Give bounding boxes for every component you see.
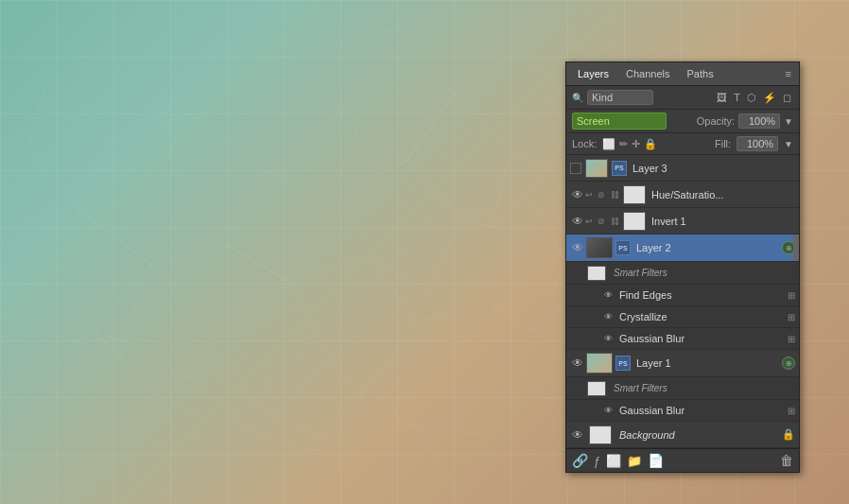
layer1-thumb-img [587,354,612,373]
crystallize-settings-icon[interactable]: ⊞ [788,312,795,322]
layer2-thumb-img [587,238,612,257]
smart-filters-2-label: Smart Filters [614,268,795,278]
tab-paths[interactable]: Paths [684,66,718,81]
background-thumbnail [589,426,612,444]
layer-row-layer2[interactable]: 👁 PS Layer 2 ⊕ [566,235,799,262]
layer1-visibility-eye[interactable]: 👁 [570,356,585,371]
background-name: Background [619,429,782,441]
lock-transparent-icon[interactable]: ⬜ [602,138,615,150]
hue-sat-visibility-eye[interactable]: 👁 [570,187,585,202]
background-lock-icon: 🔒 [782,428,795,441]
blend-opacity-bar: Screen Normal Multiply Overlay Opacity: … [566,110,799,133]
invert1-name: Invert 1 [651,216,795,227]
lock-bar: Lock: ⬜ ✏ ✛ 🔒 Fill: ▼ [566,133,799,155]
panel-header: Layers Channels Paths ≡ [566,62,799,86]
gaussian-blur-2-visibility-eye[interactable]: 👁 [600,331,615,346]
find-edges-visibility-eye[interactable]: 👁 [600,287,615,303]
panel-bottom-toolbar: 🔗 ƒ ⬜ 📁 📄 🗑 [566,448,799,472]
layer-row-invert1[interactable]: 👁 ↩ ⊘ ⛓ Invert 1 [566,208,799,235]
filter-bar: 🔍 Kind Name Effect Mode Attribute Color … [566,86,799,110]
tab-layers[interactable]: Layers [574,66,613,81]
new-group-button[interactable]: 📁 [627,454,642,468]
lock-icons-group: ⬜ ✏ ✛ 🔒 [602,138,657,150]
layer-row-crystallize[interactable]: 👁 Crystallize ⊞ [566,306,799,328]
smart-filters-1-thumbnail [587,381,606,396]
blend-mode-select[interactable]: Screen Normal Multiply Overlay [572,113,667,130]
fill-arrow-icon[interactable]: ▼ [784,139,793,149]
link-layers-button[interactable]: 🔗 [572,453,588,468]
crystallize-visibility-eye[interactable]: 👁 [600,309,615,324]
hue-sat-thumbnail [623,185,646,204]
opacity-arrow-icon[interactable]: ▼ [784,116,793,127]
filter-smart-icon[interactable]: ⚡ [761,91,778,105]
gaussian-blur-1-settings-icon[interactable]: ⊞ [788,406,795,416]
layers-list: PS Layer 3 👁 ↩ ⊘ ⛓ Hue/Saturatio... 👁 ↩ … [566,155,799,448]
layer-row-layer1[interactable]: 👁 PS Layer 1 ⊕ [566,350,799,377]
filter-icons-group: 🖼 T ⬡ ⚡ ◻ [715,91,793,105]
layer-row-smart-filters-2[interactable]: Smart Filters [566,262,799,285]
find-edges-name: Find Edges [619,289,788,301]
invert1-visibility-eye[interactable]: 👁 [570,214,585,229]
layer1-badge: ⊕ [782,356,795,370]
layer2-name: Layer 2 [636,242,782,253]
lock-all-icon[interactable]: 🔒 [644,138,657,150]
find-edges-settings-icon[interactable]: ⊞ [788,290,795,301]
hue-sat-fx-icon: ⊘ [595,190,608,200]
layer-row-layer3[interactable]: PS Layer 3 [566,155,799,182]
lock-image-icon[interactable]: ✏ [619,138,628,150]
filter-text-icon[interactable]: T [732,91,742,104]
fill-input[interactable] [736,136,778,151]
hue-sat-link-icon: ↩ [585,190,595,200]
gaussian-blur-1-name: Gaussian Blur [619,405,788,416]
filter-pixel2-icon[interactable]: ◻ [781,91,793,105]
opacity-label: Opacity: [697,115,735,127]
gaussian-blur-2-settings-icon[interactable]: ⊞ [788,334,795,344]
gaussian-blur-2-name: Gaussian Blur [619,333,788,344]
layer3-thumbnail [585,159,608,178]
layer2-scroll-thumb [793,235,799,261]
layer1-smart-badge: PS [615,356,631,371]
layer-row-smart-filters-1[interactable]: Smart Filters [566,377,799,400]
invert1-link-icon: ↩ [585,217,595,226]
add-mask-button[interactable]: ⬜ [606,454,621,468]
lock-label: Lock: [572,138,597,149]
background-visibility-eye[interactable]: 👁 [570,427,585,443]
layer-row-find-edges[interactable]: 👁 Find Edges ⊞ [566,285,799,306]
layer3-smart-badge: PS [612,161,627,176]
invert1-thumbnail [623,212,646,231]
layer-row-hue-sat[interactable]: 👁 ↩ ⊘ ⛓ Hue/Saturatio... [566,182,799,208]
layer1-thumbnail [586,353,613,374]
layer-row-gaussian-blur-1[interactable]: 👁 Gaussian Blur ⊞ [566,400,799,422]
crystallize-name: Crystallize [619,311,788,322]
hue-sat-chain-icon: ⛓ [608,190,621,200]
layer2-thumbnail [586,237,613,258]
lock-position-icon[interactable]: ✛ [632,138,640,150]
layer3-name: Layer 3 [632,163,795,174]
panel-menu-button[interactable]: ≡ [786,68,791,79]
opacity-input[interactable] [738,113,780,129]
new-layer-button[interactable]: 📄 [648,453,664,468]
layer-row-gaussian-blur-2[interactable]: 👁 Gaussian Blur ⊞ [566,328,799,350]
filter-kind-select[interactable]: Kind Name Effect Mode Attribute Color [587,90,653,105]
invert1-chain-icon: ⛓ [608,217,621,226]
layer2-smart-badge: PS [615,240,631,255]
filter-search-icon: 🔍 [572,93,583,103]
layer3-thumb-img [586,160,607,177]
add-style-button[interactable]: ƒ [594,454,600,468]
gaussian-blur-1-visibility-eye[interactable]: 👁 [600,403,615,418]
smart-filters-1-label: Smart Filters [614,383,795,393]
layers-panel: Layers Channels Paths ≡ 🔍 Kind Name Effe… [565,61,800,473]
filter-shape-icon[interactable]: ⬡ [745,91,758,105]
hue-sat-name: Hue/Saturatio... [651,189,795,200]
layer3-visibility-checkbox[interactable] [570,163,581,174]
smart-filters-2-thumbnail [587,266,606,281]
delete-layer-button[interactable]: 🗑 [780,453,793,468]
invert1-fx-icon: ⊘ [595,217,608,226]
filter-pixel-icon[interactable]: 🖼 [715,91,729,104]
tab-channels[interactable]: Channels [622,66,673,81]
layer-row-background[interactable]: 👁 Background 🔒 [566,422,799,448]
layer1-name: Layer 1 [636,357,782,369]
layer2-visibility-eye[interactable]: 👁 [570,240,585,255]
fill-label: Fill: [715,138,731,149]
